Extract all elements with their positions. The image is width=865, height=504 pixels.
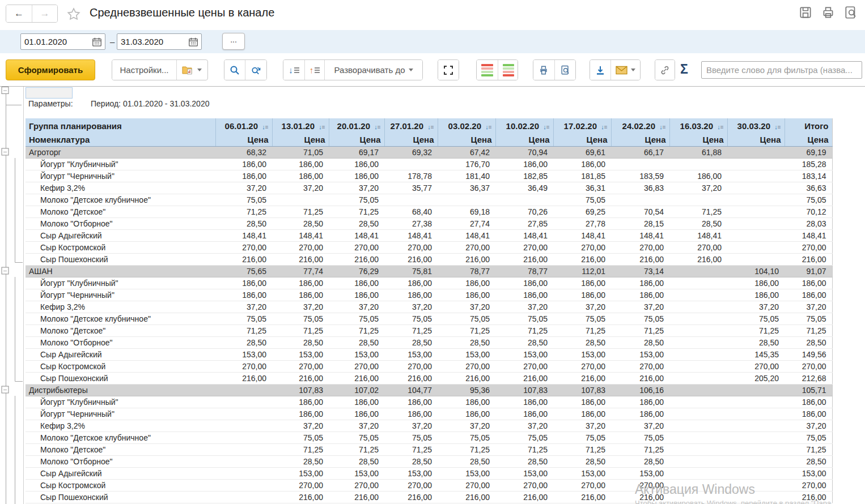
value-cell[interactable]: 153,00	[553, 348, 611, 360]
value-cell[interactable]: 186,00	[272, 170, 329, 182]
value-cell[interactable]	[611, 158, 669, 170]
value-cell[interactable]: 186,00	[611, 289, 669, 301]
value-cell[interactable]: 37,20	[553, 301, 611, 313]
value-cell[interactable]: 148,41	[611, 229, 669, 241]
value-cell[interactable]: 71,25	[384, 324, 438, 336]
value-cell[interactable]: 183,59	[611, 170, 669, 182]
value-cell[interactable]	[669, 396, 727, 408]
value-cell[interactable]	[727, 217, 785, 229]
value-cell[interactable]: 28,50	[553, 455, 611, 467]
value-cell[interactable]: 153,00	[329, 467, 384, 479]
column-header[interactable]: Цена	[215, 134, 272, 146]
value-cell[interactable]: 75,05	[384, 432, 438, 443]
value-cell[interactable]: 28,50	[384, 336, 438, 348]
value-cell[interactable]: 186,00	[215, 289, 272, 301]
value-cell[interactable]	[215, 467, 272, 479]
download-button[interactable]	[590, 60, 610, 80]
value-cell[interactable]	[727, 206, 785, 217]
value-cell[interactable]: 186,00	[215, 158, 272, 170]
column-header[interactable]: Цена	[438, 134, 495, 146]
value-cell[interactable]: 186,00	[785, 408, 832, 420]
value-cell[interactable]: 75,05	[272, 432, 329, 443]
value-cell[interactable]: 216,00	[384, 372, 438, 384]
value-cell[interactable]: 186,00	[438, 396, 495, 408]
value-cell[interactable]: 71,25	[329, 324, 384, 336]
value-cell[interactable]	[727, 241, 785, 253]
value-cell[interactable]: 186,00	[785, 277, 832, 289]
value-cell[interactable]: 186,00	[785, 289, 832, 301]
value-cell[interactable]: 70,54	[611, 206, 669, 217]
item-name-cell[interactable]: Сыр Костромской	[26, 241, 215, 253]
value-cell[interactable]	[727, 479, 785, 491]
value-cell[interactable]: 186,00	[215, 277, 272, 289]
group-name-cell[interactable]: Агроторг	[26, 146, 215, 158]
filter-input[interactable]	[701, 61, 862, 79]
value-cell[interactable]: 28,50	[495, 336, 553, 348]
sort-icon[interactable]: ↓≡	[543, 123, 549, 130]
value-cell[interactable]: 36,31	[553, 182, 611, 194]
value-cell[interactable]: 212,68	[785, 372, 832, 384]
value-cell[interactable]: 270,00	[438, 360, 495, 372]
value-cell[interactable]: 28,50	[495, 455, 553, 467]
value-cell[interactable]	[215, 491, 272, 503]
period-more-button[interactable]: ...	[222, 33, 245, 50]
value-cell[interactable]	[727, 432, 785, 443]
value-cell[interactable]: 71,25	[553, 324, 611, 336]
value-cell[interactable]: 75,05	[329, 313, 384, 324]
value-cell[interactable]: 176,70	[438, 158, 495, 170]
value-cell[interactable]: 270,00	[272, 241, 329, 253]
value-cell[interactable]: 75,05	[785, 432, 832, 443]
item-name-cell[interactable]: Сыр Адыгейский	[26, 348, 215, 360]
value-cell[interactable]: 71,25	[272, 324, 329, 336]
value-cell[interactable]	[669, 158, 727, 170]
value-cell[interactable]	[669, 324, 727, 336]
value-cell[interactable]: 270,00	[329, 360, 384, 372]
value-cell[interactable]: 153,00	[438, 467, 495, 479]
value-cell[interactable]: 148,41	[272, 229, 329, 241]
group-name-cell[interactable]: Дистрибьютеры	[26, 384, 215, 396]
print-icon-button[interactable]	[821, 5, 836, 20]
value-cell[interactable]	[669, 336, 727, 348]
value-cell[interactable]: 186,00	[553, 158, 611, 170]
value-cell[interactable]: 36,37	[438, 182, 495, 194]
value-cell[interactable]: 112,01	[553, 265, 611, 277]
value-cell[interactable]: 186,00	[611, 408, 669, 420]
value-cell[interactable]	[727, 253, 785, 265]
value-cell[interactable]	[669, 408, 727, 420]
value-cell[interactable]: 75,05	[438, 432, 495, 443]
group-name-cell[interactable]: АШАН	[26, 265, 215, 277]
item-name-cell[interactable]: Молоко "Детское"	[26, 443, 215, 455]
value-cell[interactable]: 216,00	[785, 253, 832, 265]
sum-button[interactable]: Σ	[680, 62, 688, 77]
item-name-cell[interactable]: Йогурт "Клубничный"	[26, 396, 215, 408]
value-cell[interactable]: 186,00	[329, 158, 384, 170]
value-cell[interactable]: 216,00	[329, 491, 384, 503]
value-cell[interactable]: 37,20	[384, 420, 438, 432]
value-cell[interactable]: 27,74	[438, 217, 495, 229]
value-cell[interactable]: 186,00	[438, 408, 495, 420]
forward-button[interactable]: →	[32, 5, 57, 22]
value-cell[interactable]: 186,00	[329, 289, 384, 301]
item-name-cell[interactable]: Сыр Костромской	[26, 479, 215, 491]
value-cell[interactable]: 186,00	[438, 289, 495, 301]
value-cell[interactable]	[727, 455, 785, 467]
sort-icon[interactable]: ↓≡	[601, 123, 607, 130]
calendar-icon[interactable]	[89, 34, 105, 49]
value-cell[interactable]: 186,00	[553, 289, 611, 301]
value-cell[interactable]: 148,41	[384, 229, 438, 241]
item-name-cell[interactable]: Сыр Адыгейский	[26, 229, 215, 241]
value-cell[interactable]: 216,00	[669, 253, 727, 265]
value-cell[interactable]: 186,00	[495, 396, 553, 408]
value-cell[interactable]: 185,28	[785, 158, 832, 170]
column-header[interactable]: Цена	[384, 134, 438, 146]
value-cell[interactable]: 145,35	[727, 348, 785, 360]
sort-icon[interactable]: ↓≡	[774, 123, 781, 130]
value-cell[interactable]: 216,00	[785, 491, 832, 503]
selected-cell[interactable]	[26, 87, 73, 99]
sort-icon[interactable]: ↓≡	[262, 123, 268, 130]
value-cell[interactable]: 71,25	[785, 443, 832, 455]
value-cell[interactable]: 69,32	[384, 146, 438, 158]
value-cell[interactable]	[669, 420, 727, 432]
value-cell[interactable]: 205,20	[727, 372, 785, 384]
value-cell[interactable]	[215, 396, 272, 408]
